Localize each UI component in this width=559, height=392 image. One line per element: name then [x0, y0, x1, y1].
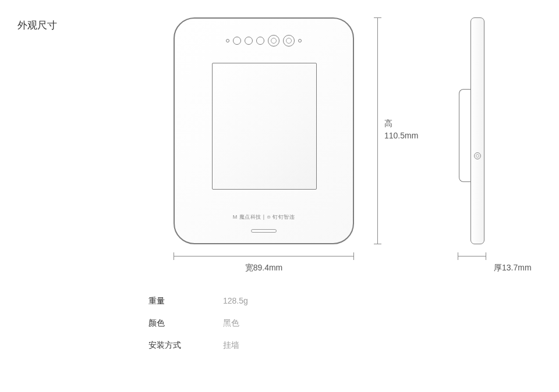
spec-value: 128.5g	[223, 296, 248, 307]
spec-row: 颜色 黑色	[148, 318, 248, 329]
spec-label: 重量	[148, 296, 223, 307]
device-side-body	[470, 17, 484, 244]
thickness-value: 13.7mm	[502, 263, 532, 272]
spec-row: 安装方式 挂墙	[148, 340, 248, 351]
camera-icon	[283, 35, 295, 47]
width-label-text: 宽	[245, 263, 253, 272]
thickness-label-text: 厚	[494, 263, 502, 272]
led-icon	[298, 39, 302, 42]
camera-icon	[268, 35, 280, 47]
mount-bracket-icon	[459, 89, 470, 182]
speaker-grille-icon	[251, 229, 277, 233]
screw-icon	[474, 152, 481, 159]
sensor-icon	[245, 37, 253, 45]
thickness-label: 厚13.7mm	[494, 263, 532, 273]
sensor-icon	[256, 37, 264, 45]
height-label-text: 高	[384, 119, 392, 128]
spec-label: 安装方式	[148, 340, 223, 351]
spec-value: 挂墙	[223, 340, 239, 351]
device-screen	[212, 63, 317, 190]
spec-value: 黑色	[223, 318, 239, 329]
thickness-dimension-line	[458, 250, 486, 268]
spec-table: 重量 128.5g 颜色 黑色 安装方式 挂墙	[148, 296, 248, 362]
device-front-view: M 魔点科技 | ⊙ 钉钉智连	[174, 17, 354, 244]
section-title: 外观尺寸	[17, 19, 57, 32]
width-value: 89.4mm	[253, 263, 283, 272]
dimension-diagram: M 魔点科技 | ⊙ 钉钉智连 高 110.5mm 宽89.4mm 厚13.7m…	[174, 17, 546, 273]
width-label: 宽89.4mm	[174, 263, 354, 273]
sensor-row	[175, 35, 353, 47]
spec-label: 颜色	[148, 318, 223, 329]
spec-row: 重量 128.5g	[148, 296, 248, 307]
height-label: 高 110.5mm	[384, 117, 418, 142]
sensor-icon	[233, 37, 241, 45]
height-value: 110.5mm	[384, 131, 418, 140]
brand-label: M 魔点科技 | ⊙ 钉钉智连	[175, 213, 353, 221]
led-icon	[226, 39, 229, 42]
